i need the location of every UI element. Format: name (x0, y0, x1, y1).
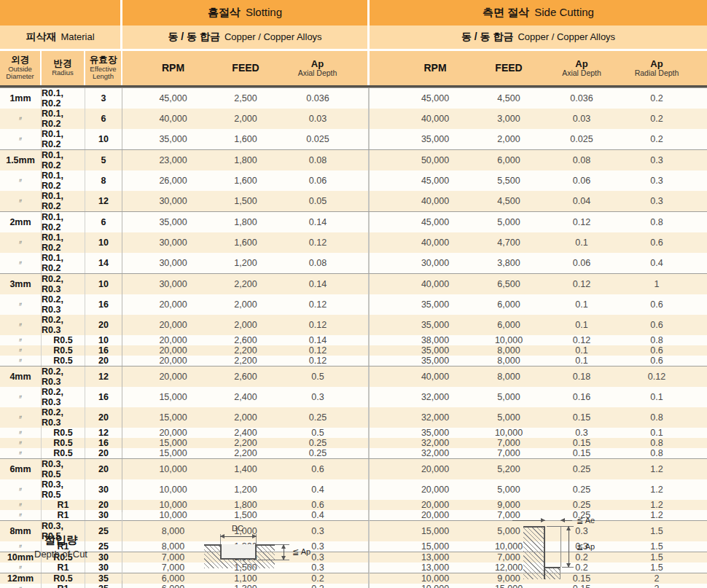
table-row: 2mmR0.1, R0.2635,0001,8000.1445,0005,000… (0, 211, 707, 232)
slotting-material-english: Copper / Copper Alloys (224, 31, 322, 42)
cell-s-rpm: 20,000 (122, 294, 209, 315)
cell-c-rpm: 35,000 (370, 294, 476, 315)
table-row: 〃R0.52015,0002,2000.2532,0007,0000.150.8 (0, 448, 707, 458)
cell-c-feed: 6,000 (476, 294, 542, 315)
cell-len: 6 (85, 212, 122, 232)
cell-c-feed: 4,700 (476, 232, 542, 253)
table-row: 〃R1356,0001,3000.210,00015,0000.152 (0, 584, 707, 588)
cell-c-ap: 0.12 (542, 274, 622, 294)
cell-s-feed: 2,200 (209, 356, 282, 366)
cell-s-feed: 2,200 (209, 448, 282, 458)
table-row: 〃R0.1, R0.21230,0001,5000.0540,0004,5000… (0, 191, 707, 211)
cell-len: 5 (85, 150, 122, 170)
cell-s-rpm: 15,000 (122, 407, 209, 428)
cell-od: 4mm (0, 366, 42, 387)
cell-c-rpm: 32,000 (370, 438, 476, 448)
table-row: 〃R0.2, R0.32020,0002,0000.1235,0006,0000… (0, 315, 707, 335)
slot-ap-arrow-up (281, 544, 286, 549)
cell-s-rpm: 30,000 (122, 274, 209, 294)
cell-radius: R0.5 (42, 345, 85, 356)
cell-len: 3 (85, 88, 122, 109)
cell-len: 14 (85, 253, 122, 273)
radius-header-english: Radius (52, 69, 74, 77)
cell-len: 10 (85, 129, 122, 149)
cell-c-rpm: 40,000 (370, 232, 476, 253)
cell-s-rpm: 15,000 (122, 448, 209, 458)
cell-s-rpm: 20,000 (122, 366, 209, 387)
cell-c-ae: 1.2 (622, 459, 707, 479)
cell-s-rpm: 26,000 (122, 170, 209, 191)
side-ap-label: ≦ Ap (577, 542, 595, 552)
cell-s-ap: 0.08 (282, 150, 370, 170)
material-label: 피삭재Material (26, 31, 94, 44)
cell-c-rpm: 20,000 (370, 459, 476, 479)
cell-len: 35 (85, 584, 122, 588)
side-ap-radial-header-sub: Radial Depth (635, 69, 679, 78)
cell-c-rpm: 40,000 (370, 191, 476, 211)
material-label-english: Material (60, 31, 94, 42)
cell-s-rpm: 6,000 (122, 584, 209, 588)
cell-c-rpm: 40,000 (370, 366, 476, 387)
cell-radius: R0.5 (42, 448, 85, 458)
slot-diagram-cell: DC ≦ Ap (122, 512, 370, 581)
cell-c-rpm: 30,000 (370, 253, 476, 273)
cell-c-feed: 2,000 (476, 129, 542, 149)
cell-c-feed: 5,200 (476, 459, 542, 479)
cell-s-rpm: 23,000 (122, 150, 209, 170)
cell-od: 〃 (0, 335, 42, 345)
radius-header-korean: 반경 (54, 59, 72, 69)
table-body: 1mmR0.1, R0.2345,0002,5000.03645,0004,50… (0, 87, 707, 511)
cell-len: 10 (85, 232, 122, 253)
cell-s-feed: 2,400 (209, 428, 282, 438)
table-row: 〃R0.3, R0.53010,0001,2000.420,0005,0000.… (0, 479, 707, 500)
table-row: 〃R0.2, R0.32015,0002,0000.2532,0005,0000… (0, 407, 707, 428)
cell-s-ap: 0.12 (282, 315, 370, 335)
cell-c-feed: 9,000 (476, 500, 542, 510)
cell-c-ae: 0.8 (622, 407, 707, 428)
slot-ap-arrow-down (281, 556, 286, 560)
cell-s-feed: 1,500 (209, 191, 282, 211)
cell-len: 12 (85, 366, 122, 387)
cell-c-rpm: 35,000 (370, 315, 476, 335)
side-cutting-title-korean: 측면 절삭 (483, 6, 529, 18)
side-diagram-cell: ≦ Ae ≦ Ap (370, 512, 707, 581)
slot-dc-dimension-line (220, 536, 257, 537)
cell-od: 1.5mm (0, 150, 42, 170)
side-ap-dimension-line (569, 526, 569, 567)
cell-len: 16 (85, 387, 122, 407)
od-header-english-2: Diameter (6, 73, 34, 80)
cell-s-ap: 0.06 (282, 170, 370, 191)
cell-c-ae: 0.6 (622, 315, 707, 335)
slotting-section-title: 홈절삭Slotting (122, 0, 370, 26)
cell-od: 3mm (0, 274, 42, 294)
cell-c-feed: 8,000 (476, 345, 542, 356)
cell-c-rpm: 35,000 (370, 129, 476, 149)
cell-radius: R0.1, R0.2 (42, 191, 85, 211)
side-cutting-section-title: 측면 절삭Side Cutting (370, 0, 707, 26)
cell-c-ap: 0.036 (542, 88, 622, 109)
slotting-title-text: 홈절삭Slotting (208, 6, 282, 20)
cell-c-rpm: 35,000 (370, 356, 476, 366)
cell-s-ap: 0.12 (282, 294, 370, 315)
cell-c-feed: 10,000 (476, 335, 542, 345)
cell-c-ap: 0.15 (542, 584, 622, 588)
cell-c-ap: 0.08 (542, 150, 622, 170)
table-row: 〃R0.51020,0002,6000.1438,00010,0000.120.… (0, 335, 707, 345)
cell-s-ap: 0.03 (282, 109, 370, 129)
column-header-slotting-ap: Ap Axial Depth (282, 51, 370, 85)
cell-od: 〃 (0, 253, 42, 273)
side-ap-arrow-up (566, 526, 571, 530)
cell-c-rpm: 32,000 (370, 407, 476, 428)
cell-c-ap: 0.1 (542, 232, 622, 253)
cell-c-ap: 0.06 (542, 170, 622, 191)
cell-od: 1mm (0, 88, 42, 109)
slot-dc-arrow-right (252, 534, 257, 538)
cell-c-ap: 0.06 (542, 253, 622, 273)
cell-len: 20 (85, 448, 122, 458)
cell-len: 20 (85, 407, 122, 428)
cell-od: 〃 (0, 479, 42, 500)
cell-c-feed: 5,000 (476, 212, 542, 232)
section-title-band: 홈절삭Slotting 측면 절삭Side Cutting (0, 0, 707, 26)
side-material-value: 동 / 동 합금Copper / Copper Alloys (461, 31, 615, 44)
cell-c-feed: 8,000 (476, 356, 542, 366)
